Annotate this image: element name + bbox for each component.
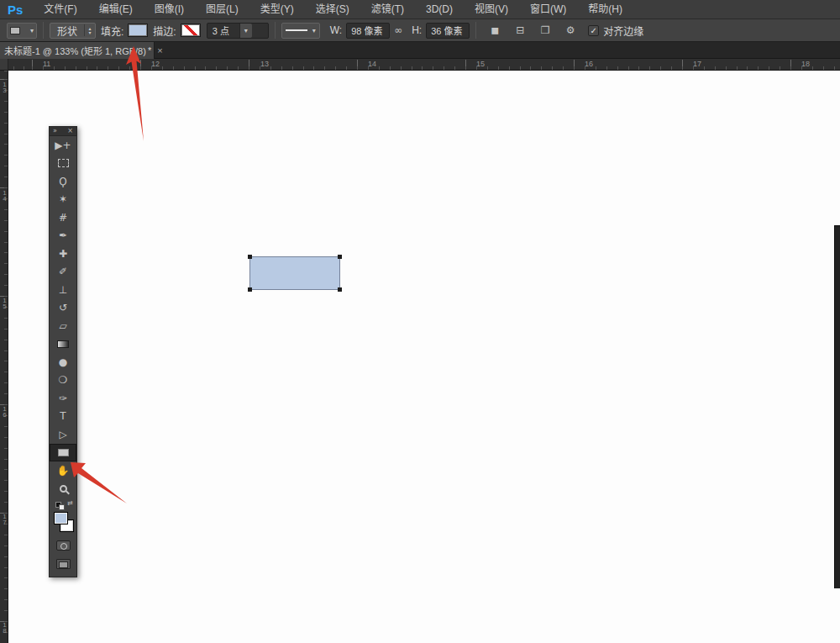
stroke-type-dropdown[interactable]: ▾ [281, 23, 320, 39]
path-alignment-button[interactable]: ⊟ [510, 22, 530, 39]
rectangle-tool-preset-icon [10, 27, 20, 34]
eyedropper-tool[interactable]: ✒ [50, 227, 76, 245]
tool-mode-select[interactable]: 形状 ▴ ▾ [50, 23, 96, 39]
crop-tool[interactable]: # [50, 208, 76, 227]
default-swap-colors[interactable]: ⇄ [50, 499, 76, 511]
path-operations-button[interactable]: ◼ [485, 22, 505, 39]
move-tool[interactable]: ▶+ [50, 136, 76, 155]
menu-item[interactable]: 3D(D) [415, 0, 464, 19]
stroke-color-swatch[interactable] [181, 24, 201, 37]
collapse-panel-icon[interactable]: » [53, 127, 57, 135]
vruler-tick-label: 16 [1, 405, 8, 417]
screen-mode-button[interactable] [50, 555, 76, 573]
shape-height-value: 36 像素 [431, 24, 462, 37]
menu-item[interactable]: 文件(F) [33, 0, 87, 19]
stroke-width-dropdown[interactable]: ▾ [239, 24, 252, 38]
stroke-width-value: 3 点 [207, 24, 239, 37]
path-selection-tool[interactable]: ▷ [50, 425, 76, 444]
history-brush-tool-icon: ↺ [59, 303, 67, 313]
zoom-tool[interactable] [50, 480, 76, 498]
hruler-tick-label: 13 [260, 60, 269, 68]
shape-width-value: 98 像素 [351, 24, 382, 37]
divider [275, 22, 276, 39]
move-tool-icon: ▶+ [55, 140, 71, 150]
dodge-tool[interactable]: ❍ [50, 372, 76, 390]
rectangular-marquee-tool[interactable] [50, 155, 76, 173]
align-edges-checkbox[interactable]: ✓ [588, 25, 599, 36]
eraser-tool[interactable]: ▱ [50, 317, 76, 335]
document-title: 未标题-1 @ 133% (矩形 1, RGB/8) [4, 44, 146, 57]
tools-panel-footer: ⇄ [50, 498, 76, 577]
tools-panel-header[interactable]: » × [50, 127, 76, 136]
menu-item[interactable]: 编辑(E) [88, 0, 144, 19]
type-tool[interactable]: T [50, 408, 76, 426]
clone-stamp-tool[interactable]: ⊥ [50, 281, 76, 299]
quick-mask-button[interactable] [50, 536, 76, 555]
hruler-tick-label: 17 [693, 60, 701, 68]
canvas[interactable] [8, 71, 840, 643]
menu-item[interactable]: 帮助(H) [577, 0, 633, 19]
magic-wand-tool-icon: ✶ [59, 194, 67, 204]
vruler-tick-label: 14 [1, 189, 8, 201]
transform-handle-nw[interactable] [248, 255, 252, 259]
solid-line-icon [286, 29, 307, 31]
menu-item[interactable]: 滤镜(T) [360, 0, 415, 19]
menu-item[interactable]: 视图(V) [464, 0, 519, 19]
shape-height-input[interactable]: 36 像素 [426, 23, 470, 39]
swap-colors-icon[interactable]: ⇄ [67, 499, 73, 507]
color-swatches [50, 511, 76, 536]
history-brush-tool[interactable]: ↺ [50, 299, 76, 318]
fill-color-swatch[interactable] [128, 24, 148, 37]
pen-tool[interactable]: ✑ [50, 389, 76, 408]
transform-handle-se[interactable] [338, 287, 342, 292]
shape-width-input[interactable]: 98 像素 [346, 23, 390, 39]
menu-bar-items: 文件(F)编辑(E)图像(I)图层(L)类型(Y)选择(S)滤镜(T)3D(D)… [33, 0, 633, 18]
close-panel-icon[interactable]: × [67, 127, 73, 135]
dodge-tool-icon: ❍ [59, 375, 68, 385]
menu-item[interactable]: 选择(S) [305, 0, 360, 19]
foreground-color-swatch[interactable] [54, 512, 68, 524]
ruler-origin-box[interactable] [0, 59, 8, 71]
tab-close-icon[interactable]: × [157, 45, 162, 55]
menu-item[interactable]: 图层(L) [195, 0, 249, 19]
rectangle-tool[interactable] [50, 444, 76, 462]
menu-item[interactable]: 类型(Y) [249, 0, 305, 19]
brush-tool[interactable]: ✐ [50, 263, 76, 282]
document-tab[interactable]: 未标题-1 @ 133% (矩形 1, RGB/8) * × [0, 42, 155, 59]
gradient-tool-icon [57, 340, 69, 348]
hand-tool[interactable]: ✋ [50, 461, 76, 480]
blur-tool[interactable]: ● [50, 353, 76, 372]
chevron-down-icon: ▾ [30, 27, 34, 34]
hruler-tick-label: 15 [476, 60, 485, 68]
horizontal-ruler[interactable]: 1112131415161718 [8, 59, 840, 71]
gradient-tool[interactable] [50, 335, 76, 354]
updown-arrows-icon: ▴ ▾ [84, 24, 95, 36]
menu-item[interactable]: 窗口(W) [519, 0, 577, 19]
path-selection-tool-icon: ▷ [59, 430, 66, 440]
vruler-tick-label: 18 [1, 621, 8, 633]
collapsed-panel-edge[interactable] [834, 225, 840, 588]
stroke-width-field[interactable]: 3 点 ▾ [207, 23, 269, 39]
lasso-tool[interactable]: Ϙ [50, 172, 76, 191]
transform-handle-ne[interactable] [338, 255, 342, 259]
transform-handle-sw[interactable] [248, 287, 252, 292]
pen-tool-icon: ✑ [59, 393, 67, 403]
rectangular-marquee-tool-icon [58, 159, 69, 167]
chevron-down-icon: ▾ [244, 27, 248, 34]
zoom-tool-icon [60, 485, 67, 493]
magic-wand-tool[interactable]: ✶ [50, 191, 76, 209]
hruler-tick-label: 11 [43, 60, 50, 68]
tool-preset-picker[interactable]: ▾ [7, 23, 37, 39]
modified-indicator: * [148, 45, 151, 55]
vertical-ruler[interactable]: 131415161718 [0, 71, 8, 643]
spot-healing-brush-tool[interactable]: ✚ [50, 245, 76, 263]
divider [475, 22, 476, 39]
fill-label: 填充: [101, 24, 123, 38]
crop-tool-icon: # [59, 213, 67, 223]
link-dimensions-icon[interactable]: ∞ [394, 24, 402, 36]
shape-rectangle[interactable] [249, 256, 340, 290]
path-arrange-button[interactable]: ❐ [535, 22, 555, 39]
menu-item[interactable]: 图像(I) [144, 0, 195, 19]
hruler-tick-label: 18 [801, 60, 810, 68]
settings-gear-button[interactable]: ⚙ [560, 22, 580, 39]
